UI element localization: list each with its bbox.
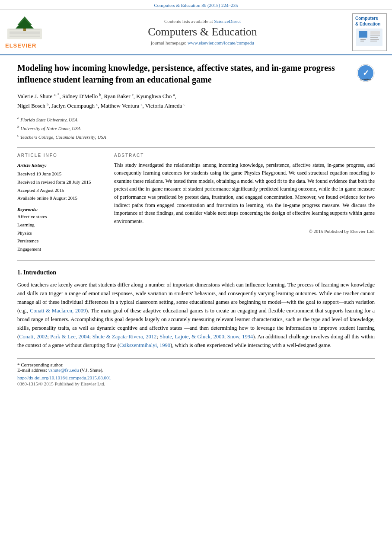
article-info-column: ARTICLE INFO Article history: Received 1… <box>17 153 104 253</box>
affiliation-a: Florida State University, USA <box>20 117 77 122</box>
affiliation-c: Teachers College, Columbia University, U… <box>20 134 106 140</box>
logo-box-title: Computers& Education <box>355 16 384 27</box>
issn-line: 0360-1315/© 2015 Published by Elsevier L… <box>17 381 375 386</box>
intro-heading: 1. Introduction <box>17 269 375 276</box>
conati-2002-link[interactable]: Conati, 2002 <box>19 334 47 340</box>
main-content: Modeling how incoming knowledge, persist… <box>0 55 392 395</box>
sciencedirect-link[interactable]: ScienceDirect <box>214 19 241 24</box>
svg-text:CrossMark: CrossMark <box>360 78 371 81</box>
email-link[interactable]: vshute@fsu.edu <box>48 367 79 373</box>
svg-text:✓: ✓ <box>363 69 369 77</box>
elsevier-wordmark: ELSEVIER <box>5 42 36 49</box>
snow-link[interactable]: Snow, 1994 <box>227 334 253 340</box>
svg-rect-11 <box>359 31 367 38</box>
corresponding-author-note: * Corresponding author. <box>17 362 375 367</box>
email-suffix: (V.J. Shute). <box>79 367 103 373</box>
article-info-abstract-row: ARTICLE INFO Article history: Received 1… <box>17 153 375 253</box>
csik-link[interactable]: Csikszentmihalyi, 1990 <box>119 342 170 348</box>
citation-text: Computers & Education 86 (2015) 224–235 <box>154 3 238 8</box>
keyword-affective: Affective states <box>17 213 104 221</box>
abstract-column: ABSTRACT This study investigated the rel… <box>114 153 375 253</box>
journal-title: Computers & Education <box>57 25 348 38</box>
homepage-text: journal homepage: <box>151 40 188 45</box>
svg-rect-14 <box>370 31 380 35</box>
top-citation-bar: Computers & Education 86 (2015) 224–235 <box>0 0 392 10</box>
available-date: Available online 8 August 2015 <box>17 194 104 202</box>
homepage-url[interactable]: www.elsevier.com/locate/compedu <box>188 40 254 45</box>
journal-logo-box: Computers& Education <box>352 13 387 51</box>
affiliations: a Florida State University, USA b Univer… <box>17 115 375 141</box>
svg-rect-13 <box>360 41 364 41</box>
keywords-label: Keywords: <box>17 207 104 212</box>
keyword-learning: Learning <box>17 221 104 229</box>
article-title-row: Modeling how incoming knowledge, persist… <box>17 62 375 86</box>
article-title-text: Modeling how incoming knowledge, persist… <box>17 62 352 86</box>
divider-1 <box>17 147 375 148</box>
shute-zapata-link[interactable]: Shute & Zapata-Rivera, 2012 <box>92 334 157 340</box>
svg-rect-18 <box>370 41 377 41</box>
footnote-area: * Corresponding author. E-mail address: … <box>17 358 375 386</box>
authors-line: Valerie J. Shute a, *, Sidney D'Mello b,… <box>17 92 375 111</box>
journal-logo-icon <box>355 28 383 47</box>
crossmark-icon: ✓ CrossMark <box>357 64 375 85</box>
elsevier-logo: ELSEVIER <box>5 16 53 49</box>
article-history-label: Article history: <box>17 161 104 169</box>
affiliation-b: University of Notre Dame, USA <box>20 126 80 131</box>
intro-body: Good teachers are keenly aware that stud… <box>17 280 375 350</box>
article-info-label: ARTICLE INFO <box>17 153 104 158</box>
journal-homepage-line: journal homepage: www.elsevier.com/locat… <box>57 40 348 45</box>
park-lee-link[interactable]: Park & Lee, 2004 <box>50 334 89 340</box>
keyword-persistence: Persistence <box>17 237 104 245</box>
accepted-date: Accepted 3 August 2015 <box>17 186 104 194</box>
keywords-list: Affective states Learning Physics Persis… <box>17 213 104 253</box>
doi-line: http://dx.doi.org/10.1016/j.compedu.2015… <box>17 375 375 380</box>
journal-header: ELSEVIER Contents lists available at Sci… <box>0 10 392 55</box>
shute-lajoie-link[interactable]: Shute, Lajoie, & Gluck, 2000 <box>159 334 224 340</box>
keyword-engagement: Engagement <box>17 245 104 253</box>
svg-rect-15 <box>370 35 380 36</box>
conati-link[interactable]: Conati & Maclaren, 2009 <box>30 308 86 314</box>
abstract-text: This study investigated the relationship… <box>114 161 375 226</box>
svg-rect-17 <box>370 39 379 40</box>
header-center: Contents lists available at ScienceDirec… <box>57 19 348 45</box>
received-date: Received 19 June 2015 <box>17 170 104 178</box>
keyword-physics: Physics <box>17 229 104 237</box>
email-note: E-mail address: vshute@fsu.edu (V.J. Shu… <box>17 367 375 373</box>
svg-rect-12 <box>360 39 366 40</box>
contents-text: Contents lists available at <box>164 19 214 24</box>
elsevier-tree-icon <box>5 16 44 41</box>
abstract-copyright: © 2015 Published by Elsevier Ltd. <box>114 229 375 234</box>
email-label: E-mail address: <box>17 367 48 373</box>
abstract-label: ABSTRACT <box>114 153 375 158</box>
contents-available-line: Contents lists available at ScienceDirec… <box>57 19 348 24</box>
doi-link[interactable]: http://dx.doi.org/10.1016/j.compedu.2015… <box>17 375 111 380</box>
broad-word: broad <box>17 316 29 322</box>
revised-date: Received in revised form 28 July 2015 <box>17 178 104 186</box>
introduction-section: 1. Introduction Good teachers are keenly… <box>17 269 375 350</box>
svg-rect-16 <box>370 37 378 38</box>
divider-2 <box>17 260 375 261</box>
svg-marker-3 <box>16 19 34 29</box>
article-history: Article history: Received 19 June 2015 R… <box>17 161 104 202</box>
matthew-ventura: Matthew Ventura <box>101 102 140 109</box>
